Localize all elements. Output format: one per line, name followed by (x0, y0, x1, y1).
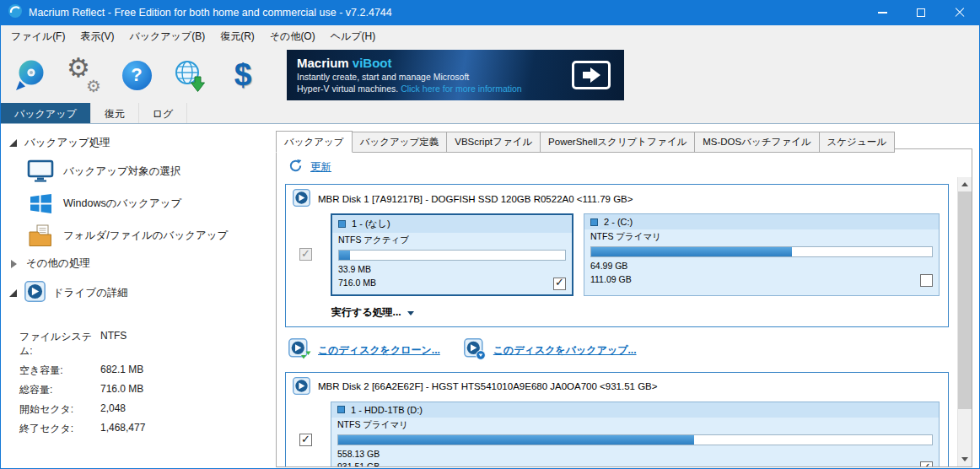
partition-usage-bar (337, 434, 933, 445)
sidebar-section-drive-details[interactable]: ドライブの詳細 (9, 276, 272, 310)
refresh-link[interactable]: 更新 (310, 160, 331, 175)
disk2-partition-1[interactable]: 1 - HDD-1TB (D:) NTFS プライマリ 558.13 GB (331, 402, 940, 467)
disk-panel-1[interactable]: MBR Disk 1 [7A91217B] - DOGFISH SSD 120G… (285, 184, 949, 327)
viboot-banner[interactable]: Macrium viBoot Instantly create, start a… (287, 50, 624, 100)
menu-other[interactable]: その他(O) (262, 26, 323, 47)
macrium-reflect-window: Macrium Reflect - Free Edition for both … (0, 0, 980, 469)
disk-list: MBR Disk 1 [7A91217B] - DOGFISH SSD 120G… (277, 177, 957, 466)
windows-logo-icon (26, 193, 55, 214)
partition-sizes: 33.9 MB 716.0 MB (338, 263, 376, 290)
drive-details-list: ファイルシステム:NTFS 空き容量:682.1 MB 総容量:716.0 MB… (19, 330, 272, 436)
expander-collapsed-icon[interactable] (11, 260, 17, 268)
main-nav-tabs: バックアップ 復元 ログ (1, 103, 979, 124)
sidebar-item-folder-file-backup[interactable]: フォルダ/ファイルのバックアップ (9, 219, 272, 251)
partition-usage-fill (339, 251, 350, 260)
content-tabs: バックアップ バックアップ定義 VBScriptファイル PowerShellス… (276, 131, 979, 153)
expander-expanded-icon[interactable] (9, 289, 17, 297)
partition-sizes: 558.13 GB 931.51 GB (337, 448, 380, 467)
disk1-partition-1[interactable]: 1 - (なし) NTFS アクティブ 33.9 MB (331, 213, 573, 296)
ctab-backup[interactable]: バックアップ (276, 131, 353, 153)
refresh-icon[interactable] (288, 159, 303, 176)
partition-icon (338, 220, 346, 228)
detail-row: ファイルシステム:NTFS (19, 330, 272, 358)
scrollbar-thumb[interactable] (958, 191, 972, 409)
drive-icon (24, 281, 46, 305)
menu-backup[interactable]: バックアップ(B) (121, 26, 213, 47)
maximize-button[interactable] (902, 0, 940, 25)
partition-checkbox[interactable] (920, 274, 933, 287)
detail-row: 終了セクタ:1,468,477 (19, 422, 272, 436)
banner-desc-line1: Instantly create, start and manage Micro… (297, 72, 614, 82)
partition-checkbox[interactable] (553, 278, 566, 290)
purchase-dollar-icon[interactable]: $ (223, 53, 262, 97)
backup-disk-icon (464, 338, 487, 364)
menu-bar: ファイル(F) 表示(V) バックアップ(B) 復元(R) その他(O) ヘルプ… (1, 25, 979, 47)
scroll-up-button[interactable] (958, 177, 972, 191)
close-button[interactable] (940, 0, 979, 25)
sidebar-section-other-tasks[interactable]: その他の処理 (9, 251, 272, 276)
disk-icon (293, 189, 310, 208)
partition-checkbox[interactable] (920, 461, 933, 466)
partition-usage-bar (338, 250, 566, 261)
disk-title: MBR Disk 1 [7A91217B] - DOGFISH SSD 120G… (318, 194, 633, 204)
chevron-down-icon (407, 311, 414, 315)
menu-help[interactable]: ヘルプ(H) (323, 26, 384, 47)
banner-desc-line2: Hyper-V virtual machines. Click here for… (297, 84, 614, 94)
folder-files-icon (26, 224, 55, 247)
disk1-actions-dropdown[interactable]: 実行する処理... (286, 301, 948, 326)
disk1-select-checkbox[interactable] (299, 248, 312, 261)
partition-type: NTFS プライマリ (584, 229, 939, 244)
window-title: Macrium Reflect - Free Edition for both … (29, 7, 392, 19)
minimize-button[interactable] (863, 0, 902, 25)
item-label: Windowsのバックアップ (63, 197, 181, 211)
create-rescue-media-icon[interactable] (11, 53, 50, 97)
ctab-msdos-batch-files[interactable]: MS-DOSバッチファイル (694, 132, 819, 153)
partition-type: NTFS アクティブ (332, 233, 572, 247)
backup-disk-action[interactable]: このディスクをバックアップ... (464, 338, 637, 364)
edit-defaults-gear-icon[interactable]: ⚙⚙ (64, 53, 103, 97)
sidebar: バックアップ処理 バックアップ対象の選択 (1, 124, 272, 469)
check-updates-globe-icon[interactable] (170, 53, 209, 97)
ctab-schedule[interactable]: スケジュール (819, 132, 895, 153)
disk-icon (293, 377, 310, 396)
disk2-select-checkbox[interactable] (299, 434, 312, 446)
banner-arrow-icon (572, 61, 611, 89)
partition-icon (337, 406, 345, 413)
partition-usage-fill (338, 435, 694, 445)
section-label: バックアップ処理 (24, 136, 110, 150)
menu-restore[interactable]: 復元(R) (213, 26, 262, 47)
detail-row: 空き容量:682.1 MB (19, 364, 272, 378)
sidebar-item-windows-backup[interactable]: Windowsのバックアップ (9, 187, 272, 219)
detail-row: 開始セクタ:2,048 (19, 402, 272, 417)
partition-usage-fill (591, 247, 792, 256)
content-panel: 更新 MBR Dis (276, 148, 972, 467)
banner-title: Macrium viBoot (297, 56, 614, 70)
partition-name: 1 - HDD-1TB (D:) (351, 405, 423, 415)
monitor-icon (26, 159, 55, 183)
menu-file[interactable]: ファイル(F) (3, 26, 73, 47)
disk1-partition-2[interactable]: 2 - (C:) NTFS プライマリ 64.99 GB (584, 213, 940, 296)
expander-expanded-icon[interactable] (9, 139, 17, 147)
ctab-vbscript-files[interactable]: VBScriptファイル (446, 132, 541, 153)
title-bar: Macrium Reflect - Free Edition for both … (1, 0, 979, 25)
sidebar-section-backup-tasks[interactable]: バックアップ処理 (9, 131, 272, 155)
disk-panel-2[interactable]: MBR Disk 2 [66A2E62F] - HGST HTS541010A9… (285, 372, 949, 467)
section-label: その他の処理 (26, 256, 90, 271)
clone-disk-icon (288, 338, 311, 364)
clone-disk-action[interactable]: このディスクをクローン... (288, 338, 440, 364)
help-icon[interactable]: ? (117, 53, 156, 97)
ctab-powershell-files[interactable]: PowerShellスクリプトファイル (540, 132, 695, 153)
sidebar-item-select-backup-source[interactable]: バックアップ対象の選択 (9, 155, 272, 187)
scroll-down-button[interactable] (958, 452, 972, 466)
tab-log[interactable]: ログ (139, 103, 188, 123)
partition-usage-bar (590, 246, 933, 257)
tab-restore[interactable]: 復元 (91, 103, 139, 123)
menu-view[interactable]: 表示(V) (73, 26, 121, 47)
banner-link[interactable]: Click here for more information (401, 84, 522, 94)
app-logo-icon (8, 3, 23, 22)
tab-backup[interactable]: バックアップ (1, 103, 91, 123)
ctab-backup-definitions[interactable]: バックアップ定義 (352, 132, 448, 153)
section-label: ドライブの詳細 (53, 286, 128, 300)
partition-name: 2 - (C:) (604, 217, 633, 227)
vertical-scrollbar[interactable] (957, 177, 972, 466)
